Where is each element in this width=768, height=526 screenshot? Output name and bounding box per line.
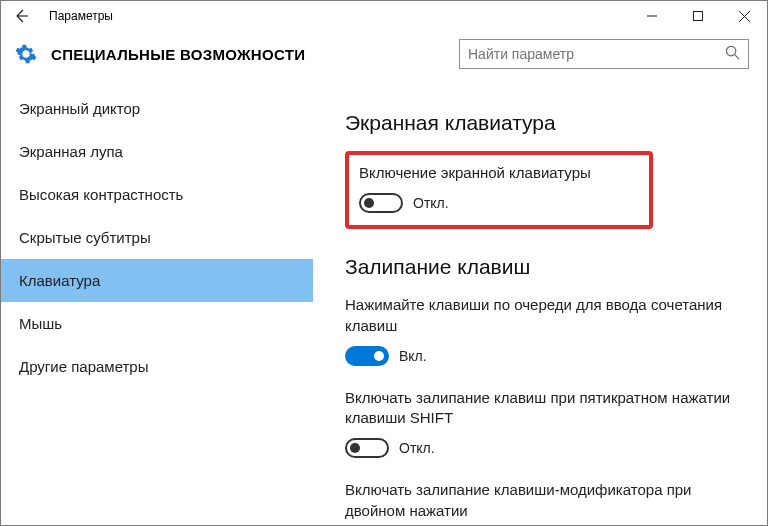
setting-sticky-sequential: Нажимайте клавиши по очереди для ввода с… [345, 295, 737, 366]
sidebar-item-label: Скрытые субтитры [19, 229, 151, 246]
search-input[interactable] [468, 46, 725, 62]
close-icon [739, 11, 750, 22]
setting-sticky-modifier: Включать залипание клавиши-модификатора … [345, 480, 737, 525]
gear-icon [15, 43, 37, 65]
body: Экранный диктор Экранная лупа Высокая ко… [1, 87, 767, 525]
sidebar-item-label: Мышь [19, 315, 62, 332]
group-title-onscreen-keyboard: Экранная клавиатура [345, 111, 737, 135]
maximize-icon [693, 11, 703, 21]
toggle-knob [364, 198, 374, 208]
window-title: Параметры [49, 9, 113, 23]
maximize-button[interactable] [675, 1, 721, 31]
toggle-knob [374, 351, 384, 361]
svg-line-6 [735, 54, 739, 58]
search-box[interactable] [459, 39, 749, 69]
content-pane: Экранная клавиатура Включение экранной к… [313, 87, 767, 525]
sidebar-item-label: Высокая контрастность [19, 186, 183, 203]
arrow-left-icon [13, 8, 29, 24]
toggle-row: Откл. [345, 438, 737, 458]
header-row: СПЕЦИАЛЬНЫЕ ВОЗМОЖНОСТИ [1, 31, 767, 87]
titlebar: Параметры [1, 1, 767, 31]
setting-label: Включать залипание клавиши-модификатора … [345, 480, 737, 521]
toggle-state: Вкл. [399, 348, 427, 364]
sidebar-item-high-contrast[interactable]: Высокая контрастность [1, 173, 313, 216]
toggle-row: Вкл. [345, 346, 737, 366]
sidebar-item-keyboard[interactable]: Клавиатура [1, 259, 313, 302]
minimize-icon [647, 11, 657, 21]
highlight-box: Включение экранной клавиатуры Откл. [345, 151, 653, 229]
toggle-state: Откл. [399, 440, 435, 456]
sidebar-item-label: Экранный диктор [19, 100, 140, 117]
setting-label: Включать залипание клавиш при пятикратно… [345, 388, 737, 429]
back-button[interactable] [7, 2, 35, 30]
toggle-row: Откл. [359, 193, 591, 213]
sidebar-item-captions[interactable]: Скрытые субтитры [1, 216, 313, 259]
sidebar: Экранный диктор Экранная лупа Высокая ко… [1, 87, 313, 525]
sidebar-item-label: Другие параметры [19, 358, 149, 375]
sidebar-item-label: Клавиатура [19, 272, 100, 289]
toggle-sticky-sequential[interactable] [345, 346, 389, 366]
settings-window: Параметры СПЕЦИАЛЬНЫЕ ВОЗМОЖНОСТИ Э [0, 0, 768, 526]
close-button[interactable] [721, 1, 767, 31]
svg-point-5 [726, 46, 735, 55]
sidebar-item-mouse[interactable]: Мышь [1, 302, 313, 345]
window-controls [629, 1, 767, 31]
group-title-sticky-keys: Залипание клавиш [345, 255, 737, 279]
sidebar-item-magnifier[interactable]: Экранная лупа [1, 130, 313, 173]
setting-label: Нажимайте клавиши по очереди для ввода с… [345, 295, 737, 336]
section-title: СПЕЦИАЛЬНЫЕ ВОЗМОЖНОСТИ [51, 46, 305, 63]
toggle-state-osk: Откл. [413, 195, 449, 211]
toggle-osk[interactable] [359, 193, 403, 213]
search-icon [725, 45, 740, 64]
sidebar-item-other[interactable]: Другие параметры [1, 345, 313, 388]
setting-label-osk: Включение экранной клавиатуры [359, 163, 591, 183]
minimize-button[interactable] [629, 1, 675, 31]
svg-rect-2 [694, 12, 703, 21]
toggle-sticky-shift5[interactable] [345, 438, 389, 458]
setting-sticky-shift5: Включать залипание клавиш при пятикратно… [345, 388, 737, 459]
toggle-knob [350, 443, 360, 453]
sidebar-item-label: Экранная лупа [19, 143, 123, 160]
sidebar-item-narrator[interactable]: Экранный диктор [1, 87, 313, 130]
